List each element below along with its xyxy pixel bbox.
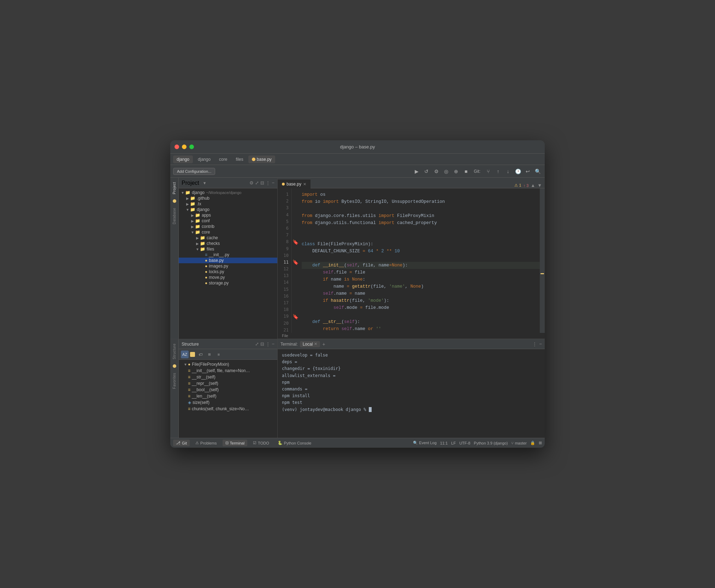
tab-django-1[interactable]: django [173,155,193,163]
filetree-header: Project ▼ ⚙ ⤢ ⊟ ⋮ − [179,178,277,188]
tree-item-storage[interactable]: ● storage.py [179,280,277,286]
struct-item-repr[interactable]: ≡ __repr__(self) [179,380,277,387]
position-indicator[interactable]: 11:1 [440,441,448,445]
tab-base-py[interactable]: base.py [248,155,275,163]
terminal-menu-icon[interactable]: ⋮ [532,341,537,347]
git-history-icon[interactable]: 🕐 [514,167,522,176]
struct-item-len[interactable]: ≡ __len__(self) [179,393,277,399]
tree-item-contrib[interactable]: ▶ 📁 contrib [179,224,277,229]
tab-label: base.py [257,157,272,162]
indent-icon[interactable]: ⊞ [539,441,542,445]
struct-icon-2[interactable]: 🏷 [196,351,204,358]
bottom-tab-git[interactable]: ⎇ Git [173,440,190,446]
search-icon[interactable]: 🔍 [533,167,542,176]
tree-arrow-github: ▶ [185,196,190,200]
structure-expand-icon[interactable]: ⤢ [255,341,259,347]
run-button[interactable]: ▶ [412,167,421,176]
tree-item-checks[interactable]: ▶ 📁 checks [179,241,277,246]
event-log-label[interactable]: 🔍 Event Log [413,441,437,445]
tab-django-2[interactable]: django [194,155,214,163]
code-line-10 [302,255,540,262]
struct-item-str[interactable]: ≡ __str__(self) [179,374,277,380]
filetree-settings-icon[interactable]: ⚙ [249,180,254,186]
terminal-minimize-icon[interactable]: − [539,341,542,347]
bottom-tab-todo[interactable]: ☑ TODO [250,440,272,446]
bottom-favorites-label[interactable]: Favorites [171,369,178,393]
git-push-icon[interactable]: ↑ [494,167,502,176]
terminal-prompt[interactable]: (venv) jontaydev@macbook django % [282,406,540,413]
terminal-add-tab[interactable]: + [322,341,325,347]
line-ending-indicator[interactable]: LF [451,441,456,445]
tree-item-init[interactable]: ≡ __init__.py [179,252,277,258]
filetree-menu-icon[interactable]: ⋮ [266,180,270,186]
scroll-up-icon[interactable]: ▲ [531,183,535,188]
struct-item-chunks[interactable]: ≡ chunks(self, chunk_size=No… [179,406,277,412]
folder-icon-core: 📁 [195,230,200,235]
bottom-tab-terminal[interactable]: ⊡ Terminal [223,440,248,446]
coverage-button[interactable]: ◎ [442,167,450,176]
tree-item-images[interactable]: ● images.py [179,263,277,269]
terminal-tab-local[interactable]: Local ✕ [300,341,320,347]
terminal-content[interactable]: usedevelop = false deps = changedir = {t… [278,349,545,438]
tab-core[interactable]: core [215,155,231,163]
struct-item-class[interactable]: ▼ ● File(FileProxyMixin) [179,361,277,368]
tree-item-conf[interactable]: ▶ 📁 conf [179,218,277,224]
project-tabbar: django django core files base.py [170,154,545,165]
structure-content[interactable]: ▼ ● File(FileProxyMixin) ≡ __init__(self… [179,360,277,438]
git-branch-icon[interactable]: ⑂ [484,167,492,176]
struct-item-bool[interactable]: ≡ __bool__(self) [179,387,277,393]
tree-item-tx[interactable]: ▶ 📁 .tx [179,201,277,207]
bottom-tab-python-console[interactable]: 🐍 Python Console [275,440,314,446]
tree-root[interactable]: ▼ 📁 django ~/Workspace/django [179,190,277,195]
tree-item-django[interactable]: ▼ 📁 django [179,207,277,212]
rerun-button[interactable]: ↺ [422,167,431,176]
tree-item-locks[interactable]: ● locks.py [179,269,277,275]
add-config-button[interactable]: Add Configuration... [173,168,215,175]
git-branch-indicator[interactable]: ⑂ master [511,441,527,445]
stop-button[interactable]: ■ [462,167,470,176]
breadcrumb: File [278,333,545,339]
structure-collapse-icon[interactable]: ⊟ [260,341,264,347]
tab-files[interactable]: files [232,155,247,163]
filetree-content[interactable]: ▼ 📁 django ~/Workspace/django ▶ 📁 .githu… [179,188,277,339]
tree-item-cache[interactable]: ▶ 📁 cache [179,235,277,241]
git-revert-icon[interactable]: ↩ [524,167,532,176]
git-pull-icon[interactable]: ↓ [504,167,512,176]
branch-icon: ⑂ [511,441,514,445]
struct-item-init[interactable]: ≡ __init__(self, file, name=Non… [179,368,277,374]
filetree-minimize-icon[interactable]: − [272,180,274,186]
tree-item-move[interactable]: ● move.py [179,275,277,280]
code-line-6 [302,227,540,234]
structure-minimize-icon[interactable]: − [272,341,274,347]
close-button[interactable] [175,145,179,149]
scroll-down-icon[interactable]: ▼ [537,183,542,188]
tree-item-github[interactable]: ▶ 📁 .github [179,195,277,201]
sort-alpha-btn[interactable]: AZ [181,351,189,358]
tree-item-base[interactable]: ● base.py [179,258,277,263]
python-version-indicator[interactable]: Python 3.9 (django) [474,441,508,445]
terminal-tab-close[interactable]: ✕ [314,342,317,346]
tree-item-files[interactable]: ▼ 📁 files [179,246,277,252]
maximize-button[interactable] [189,145,194,149]
struct-icon-3[interactable]: ⊞ [206,351,213,358]
debug-button[interactable]: ⚙ [432,167,441,176]
encoding-indicator[interactable]: UTF-8 [459,441,470,445]
editor-tab-base[interactable]: base.py ✕ [278,180,311,188]
struct-icon-1[interactable] [190,352,195,357]
profile-button[interactable]: ⊕ [452,167,460,176]
editor-tab-close[interactable]: ✕ [303,182,306,187]
tree-item-core[interactable]: ▼ 📁 core [179,229,277,235]
filetree-expand-icon[interactable]: ⤢ [255,180,259,186]
struct-item-size[interactable]: ◈ size(self) [179,399,277,406]
bottom-tab-problems[interactable]: ⚠ Problems [193,440,219,446]
tree-item-apps[interactable]: ▶ 📁 apps [179,212,277,218]
structure-menu-icon[interactable]: ⋮ [266,341,270,347]
minimize-button[interactable] [182,145,187,149]
struct-icon-4[interactable]: ≡ [215,351,223,358]
code-editor[interactable]: 1 2 3 4 5 6 7 8 9 10 11 12 13 14 15 16 1 [278,188,545,333]
sidebar-database-label[interactable]: Database [171,204,178,229]
bottom-structure-label[interactable]: Structure [171,339,178,364]
sidebar-project-label[interactable]: Project [171,178,178,199]
filetree-collapse-icon[interactable]: ⊟ [260,180,264,186]
code-content[interactable]: import os from io import BytesIO, String… [299,188,540,333]
